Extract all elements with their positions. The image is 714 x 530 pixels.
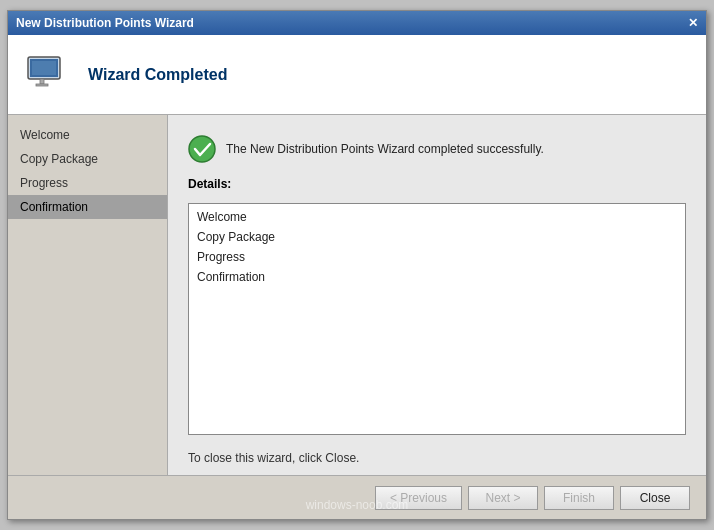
previous-button[interactable]: < Previous	[375, 486, 462, 510]
sidebar-item[interactable]: Progress	[8, 171, 167, 195]
wizard-body: WelcomeCopy PackageProgressConfirmation …	[8, 115, 706, 475]
window-title: New Distribution Points Wizard	[16, 16, 194, 30]
success-message: The New Distribution Points Wizard compl…	[226, 142, 544, 156]
close-hint: To close this wizard, click Close.	[188, 451, 686, 465]
wizard-header: Wizard Completed	[8, 35, 706, 115]
svg-rect-4	[36, 84, 48, 86]
details-label: Details:	[188, 177, 686, 191]
success-icon	[188, 135, 216, 163]
details-item: Welcome	[197, 210, 677, 224]
sidebar-item[interactable]: Welcome	[8, 123, 167, 147]
success-row: The New Distribution Points Wizard compl…	[188, 135, 686, 163]
wizard-title: Wizard Completed	[88, 66, 227, 84]
wizard-footer: < Previous Next > Finish Close	[8, 475, 706, 519]
sidebar-item[interactable]: Copy Package	[8, 147, 167, 171]
sidebar-item[interactable]: Confirmation	[8, 195, 167, 219]
svg-rect-3	[40, 79, 44, 84]
wizard-window: New Distribution Points Wizard ✕ Wizard …	[7, 10, 707, 520]
svg-rect-2	[32, 61, 56, 75]
wizard-sidebar: WelcomeCopy PackageProgressConfirmation	[8, 115, 168, 475]
details-item: Copy Package	[197, 230, 677, 244]
close-button[interactable]: Close	[620, 486, 690, 510]
wizard-icon	[24, 51, 72, 99]
details-box: WelcomeCopy PackageProgressConfirmation	[188, 203, 686, 435]
details-item: Progress	[197, 250, 677, 264]
finish-button[interactable]: Finish	[544, 486, 614, 510]
title-bar: New Distribution Points Wizard ✕	[8, 11, 706, 35]
wizard-main: The New Distribution Points Wizard compl…	[168, 115, 706, 475]
svg-point-5	[189, 136, 215, 162]
next-button[interactable]: Next >	[468, 486, 538, 510]
details-item: Confirmation	[197, 270, 677, 284]
window-close-button[interactable]: ✕	[688, 16, 698, 30]
